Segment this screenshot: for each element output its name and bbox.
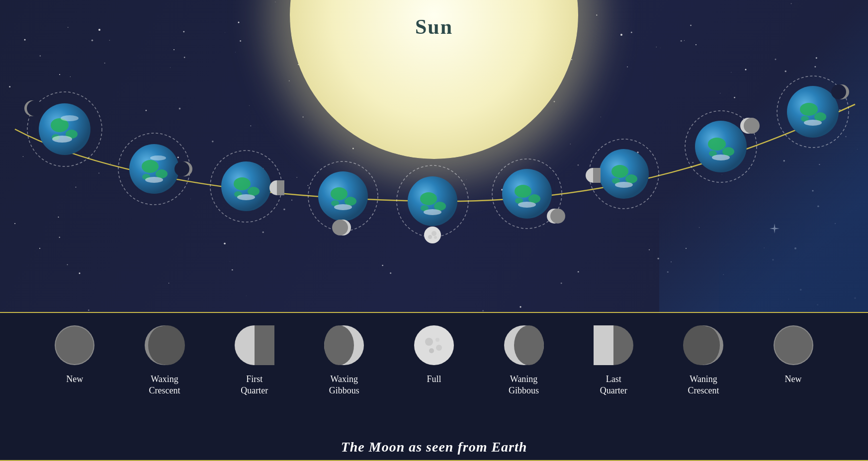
svg-point-20 (234, 177, 251, 190)
phase-waxing-gibbous: WaxingGibbous (304, 323, 384, 397)
svg-point-47 (528, 194, 540, 203)
svg-point-8 (27, 100, 43, 116)
svg-point-74 (834, 84, 849, 99)
new-moon-icon-2 (771, 323, 816, 368)
svg-point-89 (436, 345, 442, 351)
svg-point-40 (424, 227, 441, 243)
svg-point-67 (744, 118, 760, 134)
svg-point-49 (518, 202, 536, 208)
phase-label-waxing-crescent: WaxingCrescent (149, 374, 180, 397)
svg-point-66 (740, 118, 756, 134)
svg-point-51 (550, 209, 565, 224)
svg-point-71 (814, 112, 826, 121)
svg-point-10 (129, 144, 179, 194)
svg-point-39 (424, 209, 441, 215)
svg-point-26 (308, 161, 378, 231)
phase-last-quarter: LastQuarter (574, 323, 653, 397)
svg-rect-95 (594, 325, 613, 365)
svg-point-99 (692, 326, 720, 364)
svg-point-13 (142, 174, 150, 180)
svg-point-48 (515, 198, 523, 204)
svg-point-44 (492, 159, 562, 229)
svg-point-0 (27, 92, 102, 166)
waxing-crescent-icon (142, 323, 187, 368)
svg-point-12 (156, 169, 168, 178)
phase-label-waning-crescent: WaningCrescent (688, 374, 719, 397)
svg-point-17 (174, 161, 189, 176)
phase-label-waxing-gibbous: WaxingGibbous (329, 374, 359, 397)
svg-point-75 (831, 84, 846, 99)
svg-point-46 (515, 185, 531, 198)
svg-point-52 (589, 139, 659, 209)
svg-rect-25 (277, 180, 284, 195)
phase-label-first-quarter: FirstQuarter (241, 374, 268, 397)
svg-point-73 (804, 120, 822, 126)
svg-point-14 (145, 177, 163, 183)
svg-point-72 (801, 116, 809, 122)
phase-waning-gibbous: WaningGibbous (484, 323, 564, 397)
phases-row: New WaxingCrescent FirstQuarter (0, 313, 868, 427)
phase-label-waning-gibbous: WaningGibbous (509, 374, 539, 397)
waning-gibbous-icon (502, 323, 546, 368)
svg-point-60 (685, 111, 757, 182)
phase-label-full: Full (427, 374, 441, 385)
svg-point-85 (324, 325, 354, 365)
svg-point-30 (331, 200, 339, 206)
phase-label-new-1: New (66, 374, 83, 385)
svg-point-27 (318, 171, 368, 221)
svg-point-58 (586, 168, 601, 183)
svg-point-87 (414, 325, 454, 365)
svg-point-21 (248, 187, 260, 196)
svg-point-34 (397, 165, 468, 237)
svg-point-101 (775, 326, 812, 364)
svg-point-41 (432, 231, 436, 236)
svg-point-64 (709, 151, 717, 156)
svg-point-57 (615, 182, 633, 188)
svg-point-35 (408, 176, 457, 226)
sun-label: Sun (415, 15, 453, 39)
phase-waning-crescent: WaningCrescent (664, 323, 743, 397)
new-moon-icon-1 (52, 323, 97, 368)
svg-point-42 (428, 235, 432, 239)
svg-point-36 (420, 192, 437, 205)
svg-point-55 (625, 174, 637, 183)
svg-point-38 (421, 205, 429, 211)
svg-point-50 (547, 209, 562, 224)
svg-point-16 (177, 161, 192, 176)
svg-point-53 (599, 149, 649, 199)
svg-point-6 (61, 115, 79, 121)
bottom-caption: The Moon as seen from Earth (0, 439, 868, 455)
svg-point-65 (712, 154, 730, 160)
svg-point-45 (502, 169, 552, 219)
phase-waxing-crescent: WaxingCrescent (125, 323, 204, 397)
svg-rect-59 (593, 168, 601, 183)
phase-first-quarter: FirstQuarter (215, 323, 294, 397)
svg-point-18 (210, 151, 282, 222)
svg-point-5 (52, 136, 72, 143)
svg-point-68 (777, 76, 849, 148)
svg-point-32 (335, 220, 351, 235)
svg-rect-82 (255, 325, 274, 365)
svg-point-33 (332, 220, 348, 235)
waning-crescent-icon (681, 323, 726, 368)
svg-point-90 (429, 348, 434, 353)
waxing-gibbous-icon (322, 323, 366, 368)
svg-point-54 (611, 165, 628, 178)
svg-point-31 (334, 204, 352, 210)
svg-point-63 (722, 147, 734, 156)
phase-label-new-2: New (785, 374, 802, 385)
svg-point-69 (787, 86, 839, 138)
svg-point-1 (39, 103, 90, 155)
phase-new-2: New (754, 323, 833, 385)
svg-point-77 (56, 326, 93, 364)
phase-new-1: New (35, 323, 114, 385)
svg-point-9 (118, 133, 190, 205)
svg-point-80 (148, 326, 176, 364)
svg-point-56 (612, 178, 620, 184)
svg-point-62 (708, 138, 726, 151)
svg-point-91 (435, 338, 439, 342)
svg-point-15 (150, 155, 166, 160)
svg-point-23 (237, 194, 255, 200)
svg-point-22 (234, 191, 242, 197)
svg-point-37 (434, 202, 446, 211)
